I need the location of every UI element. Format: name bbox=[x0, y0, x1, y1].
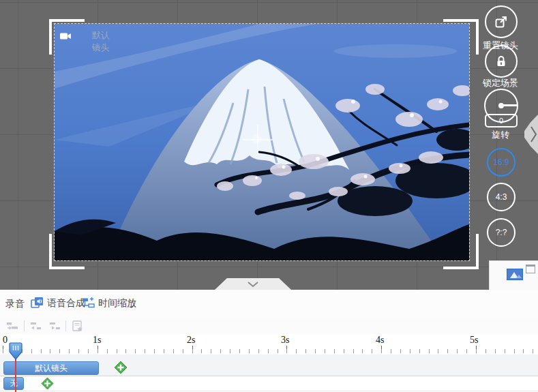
timeline-toolbar bbox=[0, 318, 538, 335]
speech-synthesis-label: 语音合成 bbox=[47, 297, 85, 310]
annotation-clip-label: 无 bbox=[10, 378, 18, 389]
annotation-track bbox=[0, 376, 538, 391]
speaker-window-icon bbox=[31, 297, 44, 310]
ruler-minor-ticks bbox=[3, 349, 538, 353]
annotation-clip[interactable]: 无 bbox=[3, 377, 24, 390]
ruler-label: 5s bbox=[470, 335, 478, 346]
scene-thumbnail[interactable] bbox=[507, 269, 523, 280]
speech-synthesis-button[interactable]: 语音合成 bbox=[31, 297, 85, 310]
chevron-down-icon bbox=[245, 280, 260, 288]
scene-camera-label: 默认镜头 bbox=[92, 29, 111, 54]
toolbar-divider bbox=[24, 320, 25, 331]
time-scale-label: 时间缩放 bbox=[98, 297, 136, 310]
record-audio-label: 录音 bbox=[5, 298, 25, 310]
bars-plus-minus-icon bbox=[82, 297, 95, 310]
lock-scene-label: 锁定场景 bbox=[473, 77, 528, 89]
shift-left-icon[interactable] bbox=[30, 320, 42, 331]
scene-image[interactable]: 默认镜头 bbox=[55, 24, 469, 260]
lock-icon bbox=[495, 55, 507, 67]
camera-clip[interactable]: 默认镜头 bbox=[3, 361, 99, 375]
ruler-label: 3s bbox=[281, 335, 289, 346]
scene-thumbnail-panel[interactable] bbox=[489, 260, 538, 290]
rotate-label: 旋转 bbox=[473, 129, 528, 141]
window-restore-icon[interactable] bbox=[526, 265, 535, 273]
open-external-icon bbox=[494, 15, 508, 29]
reset-camera-button[interactable] bbox=[485, 5, 518, 38]
aspect-custom-button[interactable]: ?:? bbox=[487, 218, 515, 247]
ruler-label: 1s bbox=[93, 335, 101, 346]
shift-right-icon[interactable] bbox=[49, 320, 61, 331]
insert-scene-icon[interactable] bbox=[6, 320, 18, 331]
toolbar-divider bbox=[65, 320, 66, 331]
camera-clip-label: 默认镜头 bbox=[35, 363, 68, 374]
timeline-ruler[interactable]: 0 1s 2s 3s 4s 5s bbox=[0, 334, 538, 355]
ruler-label: 4s bbox=[376, 335, 384, 346]
add-camera-clip-button[interactable] bbox=[114, 361, 128, 374]
ruler-label: 0 bbox=[3, 335, 8, 346]
thumbnail-mountain-icon bbox=[507, 269, 522, 280]
add-annotation-clip-button[interactable] bbox=[41, 377, 54, 390]
fuji-photo bbox=[55, 24, 469, 260]
ruler-label: 2s bbox=[187, 335, 195, 346]
lock-scene-button[interactable] bbox=[485, 45, 518, 78]
time-scale-button[interactable]: 时间缩放 bbox=[82, 297, 136, 310]
collapse-preview-tab[interactable] bbox=[215, 278, 291, 290]
playback-toolbar: 录音 语音合成 时间缩放 bbox=[0, 290, 538, 318]
record-audio-button[interactable]: 录音 bbox=[5, 298, 25, 310]
aspect-16-9-button[interactable]: 16:9 bbox=[487, 148, 515, 177]
preview-canvas: 默认镜头 重置镜头 锁定场景 0 旋转 16:9 4:3 ?:? bbox=[0, 0, 538, 290]
scene-list-star-icon[interactable] bbox=[72, 320, 84, 331]
playhead-handle[interactable] bbox=[9, 342, 23, 360]
rotate-value-field[interactable]: 0 bbox=[485, 114, 518, 127]
dial-hand-icon bbox=[501, 104, 517, 106]
scene-camera-tag: 默认镜头 bbox=[60, 29, 111, 54]
camera-icon bbox=[60, 32, 88, 52]
aspect-4-3-button[interactable]: 4:3 bbox=[487, 183, 515, 211]
